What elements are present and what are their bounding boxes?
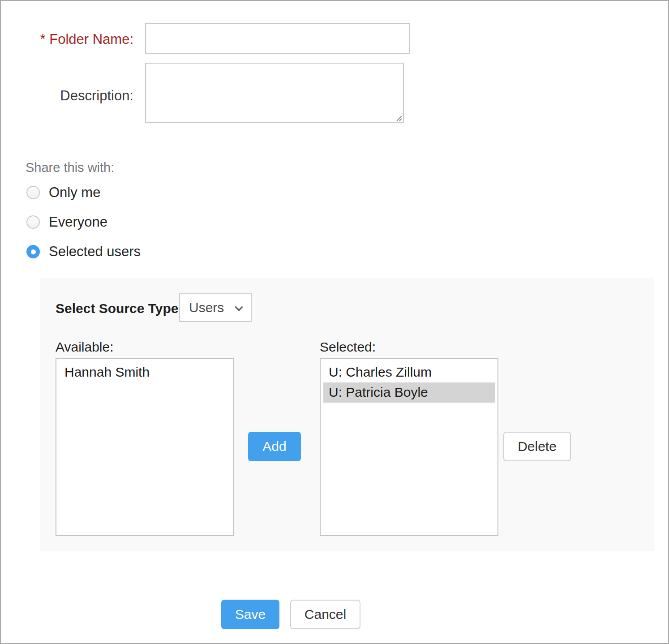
radio-button-icon[interactable] [26, 215, 40, 229]
delete-button[interactable]: Delete [503, 432, 571, 461]
save-button[interactable]: Save [221, 600, 279, 629]
available-list-label: Available: [56, 339, 114, 355]
radio-label: Selected users [49, 244, 141, 260]
description-field-wrap [145, 63, 404, 123]
select-source-type-label: Select Source Type: [56, 301, 183, 316]
radio-button-checked-icon[interactable] [26, 245, 40, 258]
source-type-selected-value: Users [189, 300, 224, 315]
chevron-down-icon [235, 303, 243, 311]
available-users-listbox[interactable]: Hannah Smith [56, 358, 234, 536]
folder-name-label: * Folder Name: [1, 31, 133, 47]
selected-users-listbox[interactable]: U: Charles Zillum U: Patricia Boyle [320, 358, 498, 536]
list-item[interactable]: Hannah Smith [59, 362, 231, 382]
list-item-highlighted[interactable]: U: Patricia Boyle [323, 382, 495, 403]
list-item[interactable]: U: Charles Zillum [323, 362, 495, 382]
radio-option-only-me[interactable]: Only me [26, 185, 100, 200]
radio-button-icon[interactable] [26, 186, 40, 199]
folder-name-input[interactable] [145, 23, 410, 54]
create-folder-dialog: * Folder Name: Description: Share this w… [0, 0, 669, 644]
source-type-dropdown[interactable]: Users [179, 293, 252, 322]
radio-label: Only me [49, 185, 100, 201]
description-label: Description: [1, 88, 133, 104]
radio-option-everyone[interactable]: Everyone [26, 215, 107, 229]
share-with-heading: Share this with: [26, 160, 114, 175]
radio-label: Everyone [49, 214, 107, 230]
add-button[interactable]: Add [248, 432, 301, 461]
selected-list-label: Selected: [320, 339, 376, 355]
cancel-button[interactable]: Cancel [290, 600, 360, 629]
selected-users-panel: Select Source Type: Users Available: Han… [40, 278, 654, 551]
description-textarea[interactable] [145, 63, 404, 123]
radio-option-selected-users[interactable]: Selected users [26, 245, 141, 259]
